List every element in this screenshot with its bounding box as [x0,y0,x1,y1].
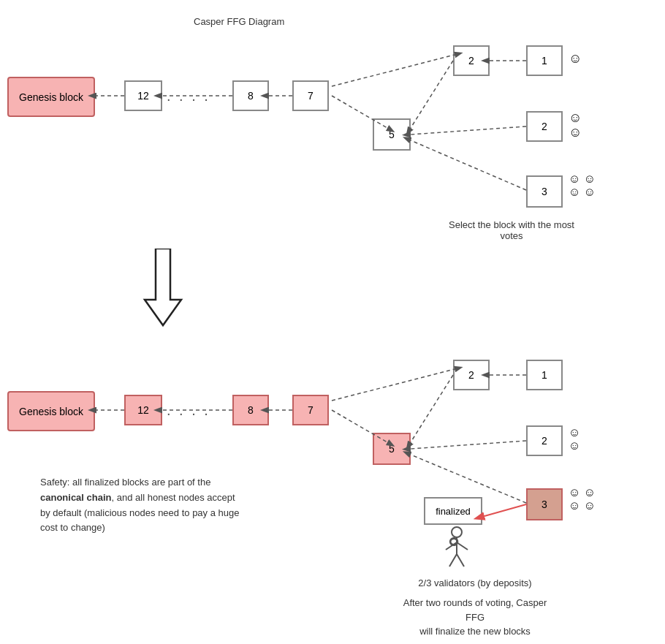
block-3-top: 3 [526,175,563,208]
svg-line-28 [484,504,526,516]
validators-label: 2/3 validators (by deposits) [417,577,533,588]
svg-line-25 [411,441,526,449]
svg-line-17 [411,140,526,190]
block-3-bottom: 3 [526,488,563,520]
select-label: Select the block with the most votes [438,219,585,241]
arrows-overlay [0,0,665,644]
smiley-1: ☺ [569,51,582,67]
genesis-block-bottom: Genesis block [7,391,95,431]
block-1-bottom: 1 [526,360,563,390]
svg-line-7 [457,554,464,567]
svg-line-6 [449,554,457,567]
smileys-2: ☺☺ [569,111,582,140]
block-7-top: 7 [292,80,329,111]
svg-line-16 [411,126,526,135]
svg-line-26 [411,455,526,503]
svg-point-2 [452,527,462,537]
block-1-top: 1 [526,45,563,76]
block-8-top: 8 [232,80,269,111]
block-2-bottom-branch2: 2 [526,425,563,456]
casper-label: After two rounds of voting, Casper FFGwi… [398,596,552,639]
block-12-bottom: 12 [124,395,162,425]
safety-label: Safety: all finalized blocks are part of… [40,475,241,536]
svg-line-23 [411,375,453,442]
svg-line-5 [457,542,468,550]
stick-figure-svg [438,526,475,570]
smileys-3: ☺ ☺☺ ☺ [569,173,596,198]
genesis-block-top: Genesis block [7,77,95,117]
block-5-top: 5 [373,118,411,151]
dots-top: · · · · [167,91,210,107]
dots-bottom: · · · · [167,405,210,422]
svg-line-14 [411,61,453,128]
block-7-bottom: 7 [292,395,329,425]
svg-line-27 [332,369,455,401]
smileys-bottom-3: ☺ ☺☺ ☺ [569,486,596,512]
block-5-bottom: 5 [373,433,411,465]
block-2-branch2: 2 [526,111,563,142]
block-2-bottom-branch1: 2 [453,360,490,390]
liveness-label: Casper FFG Diagram [194,16,284,27]
block-8-bottom: 8 [232,395,269,425]
block-12-top: 12 [124,80,162,111]
svg-line-18 [332,55,455,86]
smileys-bottom-2: ☺☺ [569,426,580,452]
finalized-box: finalized [424,497,482,525]
svg-marker-1 [145,249,181,325]
down-arrow [137,249,189,329]
main-diagram: Casper FFG Diagram Genesis block 12 · · … [0,0,665,644]
svg-line-4 [446,542,457,550]
block-2-branch1: 2 [453,45,490,76]
